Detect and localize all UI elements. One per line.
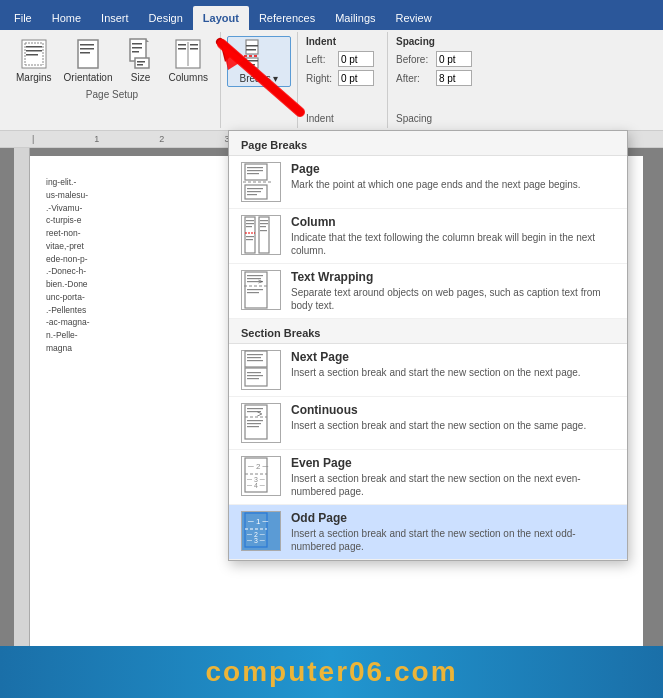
indent-right-label: Right:	[306, 73, 334, 84]
column-break-icon	[241, 215, 281, 255]
tab-home[interactable]: Home	[42, 6, 91, 30]
svg-rect-59	[247, 289, 263, 290]
menu-item-odd-page[interactable]: ─ 1 ─ ─ 2 ─ ─ 3 ─ Odd Page Insert a sect…	[229, 505, 627, 560]
svg-rect-49	[259, 217, 269, 253]
tab-review[interactable]: Review	[386, 6, 442, 30]
menu-item-text-wrapping-text: Text Wrapping Separate text around objec…	[291, 270, 615, 312]
svg-rect-40	[247, 191, 261, 192]
even-page-icon: ─ 2 ─ ─ 3 ─ ─ 4 ─	[241, 456, 281, 496]
menu-item-text-wrapping-name: Text Wrapping	[291, 270, 615, 284]
indent-label: Indent	[306, 36, 336, 47]
orientation-label: Orientation	[64, 72, 113, 83]
menu-item-column-name: Column	[291, 215, 615, 229]
svg-text:─ 2 ─: ─ 2 ─	[247, 462, 269, 471]
size-label: Size	[131, 72, 150, 83]
svg-rect-70	[245, 405, 267, 439]
menu-item-page[interactable]: Page Mark the point at which one page en…	[229, 156, 627, 209]
menu-item-odd-page-desc: Insert a section break and start the new…	[291, 527, 615, 553]
svg-rect-62	[245, 351, 267, 367]
indent-group-label: Indent	[306, 109, 334, 124]
spacing-after-label: After:	[396, 73, 432, 84]
doc-left-margin	[0, 148, 14, 696]
svg-rect-48	[246, 239, 253, 240]
doc-ruler	[14, 148, 30, 696]
menu-item-page-text: Page Mark the point at which one page en…	[291, 162, 615, 191]
next-page-icon	[241, 350, 281, 390]
svg-rect-17	[135, 58, 149, 68]
svg-rect-66	[245, 368, 267, 386]
breaks-button[interactable]: Breaks ▾	[227, 36, 291, 87]
svg-rect-74	[247, 420, 263, 421]
orientation-button[interactable]: Orientation	[60, 36, 117, 85]
svg-rect-5	[26, 46, 42, 48]
menu-item-even-page[interactable]: ─ 2 ─ ─ 3 ─ ─ 4 ─ Even Page Insert a sec…	[229, 450, 627, 505]
svg-rect-23	[178, 48, 186, 50]
breaks-dropdown-menu: Page Breaks Page Mark the point at which…	[228, 130, 628, 561]
margins-label: Margins	[16, 72, 52, 83]
svg-rect-53	[260, 230, 267, 231]
spacing-label: Spacing	[396, 36, 435, 47]
tab-file[interactable]: File	[4, 6, 42, 30]
menu-item-text-wrapping-desc: Separate text around objects on web page…	[291, 286, 615, 312]
svg-rect-65	[247, 360, 263, 361]
svg-rect-75	[247, 423, 261, 424]
svg-rect-24	[190, 44, 198, 46]
spacing-after-input[interactable]	[436, 70, 472, 86]
svg-rect-19	[137, 64, 143, 66]
svg-text:─ 4 ─: ─ 4 ─	[246, 482, 265, 489]
indent-right-input[interactable]	[338, 70, 374, 86]
svg-text:>: >	[258, 277, 263, 286]
tab-insert[interactable]: Insert	[91, 6, 139, 30]
menu-item-page-desc: Mark the point at which one page ends an…	[291, 178, 615, 191]
menu-item-column[interactable]: Column Indicate that the text following …	[229, 209, 627, 264]
columns-button[interactable]: Columns	[165, 36, 212, 85]
text-wrapping-icon: >	[241, 270, 281, 310]
menu-item-continuous[interactable]: > Continuous Insert a section break and …	[229, 397, 627, 450]
svg-rect-26	[246, 40, 258, 54]
menu-item-next-page-text: Next Page Insert a section break and sta…	[291, 350, 615, 379]
menu-item-odd-page-text: Odd Page Insert a section break and star…	[291, 511, 615, 553]
breaks-label: Breaks ▾	[240, 73, 279, 84]
size-button[interactable]: Size	[121, 36, 161, 85]
odd-page-icon: ─ 1 ─ ─ 2 ─ ─ 3 ─	[241, 511, 281, 551]
continuous-icon: >	[241, 403, 281, 443]
tab-references[interactable]: References	[249, 6, 325, 30]
size-icon	[125, 38, 157, 70]
svg-text:>: >	[257, 409, 262, 419]
svg-rect-64	[247, 357, 261, 358]
spacing-before-input[interactable]	[436, 51, 472, 67]
svg-rect-27	[246, 45, 258, 47]
svg-rect-25	[190, 48, 198, 50]
tab-layout[interactable]: Layout	[193, 6, 249, 30]
menu-item-even-page-desc: Insert a section break and start the new…	[291, 472, 615, 498]
menu-item-text-wrapping[interactable]: > Text Wrapping Separate text around obj…	[229, 264, 627, 319]
menu-item-next-page[interactable]: Next Page Insert a section break and sta…	[229, 344, 627, 397]
ribbon: File Home Insert Design Layout Reference…	[0, 0, 663, 130]
menu-item-even-page-name: Even Page	[291, 456, 615, 470]
tab-design[interactable]: Design	[139, 6, 193, 30]
svg-text:─ 1 ─: ─ 1 ─	[247, 517, 269, 526]
menu-item-odd-page-name: Odd Page	[291, 511, 615, 525]
menu-item-continuous-text: Continuous Insert a section break and st…	[291, 403, 615, 432]
menu-item-continuous-desc: Insert a section break and start the new…	[291, 419, 615, 432]
breaks-icon	[243, 39, 275, 71]
orientation-icon	[72, 38, 104, 70]
margins-button[interactable]: Margins	[12, 36, 56, 85]
svg-rect-50	[260, 220, 268, 221]
svg-rect-51	[260, 223, 268, 224]
svg-rect-7	[26, 54, 38, 56]
svg-rect-18	[137, 61, 145, 63]
indent-left-input[interactable]	[338, 51, 374, 67]
ribbon-content: Margins Orientation	[0, 30, 663, 130]
ribbon-group-page-setup: Margins Orientation	[4, 32, 221, 128]
svg-rect-67	[247, 372, 261, 373]
svg-rect-35	[247, 170, 263, 171]
svg-rect-14	[132, 43, 142, 45]
columns-icon	[172, 38, 204, 70]
margins-icon	[18, 38, 50, 70]
spacing-group-label: Spacing	[396, 109, 432, 124]
page-break-icon	[241, 162, 281, 202]
indent-left-label: Left:	[306, 54, 334, 65]
svg-rect-44	[246, 223, 254, 224]
tab-mailings[interactable]: Mailings	[325, 6, 385, 30]
